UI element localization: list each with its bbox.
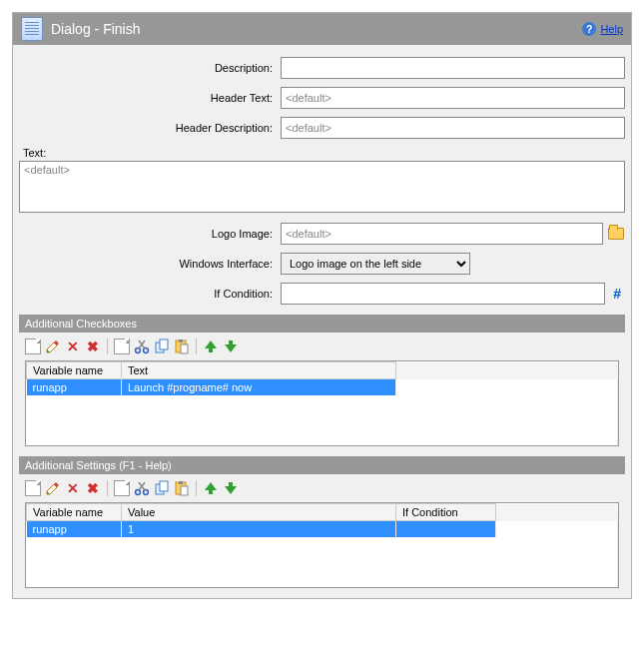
col-value[interactable]: Value xyxy=(122,504,396,521)
win-interface-label: Windows Interface: xyxy=(19,258,277,270)
cut-button[interactable] xyxy=(134,338,150,354)
logo-input[interactable] xyxy=(281,223,603,245)
paste-button[interactable] xyxy=(174,338,190,354)
document-icon xyxy=(21,17,43,41)
description-label: Description: xyxy=(19,62,277,74)
dialog-panel: Dialog - Finish ? Help Description: Head… xyxy=(12,12,632,599)
dialog-body: Description: Header Text: Header Descrip… xyxy=(13,45,631,598)
header-desc-input[interactable] xyxy=(281,117,625,139)
checkboxes-toolbar: ✕ ✖ xyxy=(19,333,625,358)
checkboxes-grid[interactable]: Variable name Text runapp Launch #progna… xyxy=(25,360,619,446)
table-row[interactable]: runapp 1 xyxy=(27,521,618,538)
help-icon: ? xyxy=(582,22,596,36)
new-item-button-2[interactable] xyxy=(114,480,130,496)
toolbar-separator xyxy=(196,338,197,354)
edit-item-button[interactable] xyxy=(45,338,61,354)
col-if-condition[interactable]: If Condition xyxy=(396,504,496,521)
col-text[interactable]: Text xyxy=(122,362,396,379)
help-link[interactable]: Help xyxy=(600,23,623,35)
svg-rect-6 xyxy=(181,344,188,353)
header-text-input[interactable] xyxy=(281,87,625,109)
delete-all-button[interactable]: ✖ xyxy=(85,480,101,496)
text-input[interactable] xyxy=(19,161,625,213)
description-input[interactable] xyxy=(281,57,625,79)
if-condition-label: If Condition: xyxy=(19,288,277,300)
if-condition-input[interactable] xyxy=(281,283,605,305)
settings-toolbar: ✕ ✖ xyxy=(19,474,625,500)
delete-item-button[interactable]: ✕ xyxy=(65,338,81,354)
new-item-button[interactable] xyxy=(25,480,41,496)
paste-button[interactable] xyxy=(174,480,190,496)
table-header-row: Variable name Text xyxy=(27,362,618,379)
browse-logo-button[interactable] xyxy=(607,225,625,243)
new-item-button[interactable] xyxy=(25,338,41,354)
svg-rect-3 xyxy=(160,339,168,349)
move-up-button[interactable] xyxy=(203,338,219,354)
new-item-button-2[interactable] xyxy=(114,338,130,354)
toolbar-separator xyxy=(196,480,197,496)
toolbar-separator xyxy=(107,480,108,496)
folder-icon xyxy=(608,228,624,240)
text-label: Text: xyxy=(23,147,625,159)
edit-item-button[interactable] xyxy=(45,480,61,496)
settings-grid[interactable]: Variable name Value If Condition runapp … xyxy=(25,502,619,588)
logo-label: Logo Image: xyxy=(19,228,277,240)
toolbar-separator xyxy=(107,338,108,354)
col-variable-name[interactable]: Variable name xyxy=(27,362,122,379)
table-header-row: Variable name Value If Condition xyxy=(27,504,618,521)
svg-rect-5 xyxy=(179,339,183,342)
svg-rect-13 xyxy=(181,486,188,495)
delete-item-button[interactable]: ✕ xyxy=(65,480,81,496)
copy-button[interactable] xyxy=(154,338,170,354)
dialog-title: Dialog - Finish xyxy=(51,21,582,37)
win-interface-select[interactable]: Logo image on the left side xyxy=(281,253,470,275)
svg-rect-10 xyxy=(160,481,168,491)
dialog-titlebar: Dialog - Finish ? Help xyxy=(13,13,631,45)
help-group: ? Help xyxy=(582,22,623,36)
header-text-label: Header Text: xyxy=(19,92,277,104)
settings-section-title: Additional Settings (F1 - Help) xyxy=(19,456,625,474)
copy-button[interactable] xyxy=(154,480,170,496)
checkboxes-section-title: Additional Checkboxes xyxy=(19,315,625,333)
variable-picker-button[interactable]: # xyxy=(609,286,625,302)
move-up-button[interactable] xyxy=(203,480,219,496)
svg-rect-12 xyxy=(179,481,183,484)
delete-all-button[interactable]: ✖ xyxy=(85,338,101,354)
cut-button[interactable] xyxy=(134,480,150,496)
col-variable-name[interactable]: Variable name xyxy=(27,504,122,521)
header-desc-label: Header Description: xyxy=(19,122,277,134)
table-row[interactable]: runapp Launch #progname# now xyxy=(27,379,618,396)
move-down-button[interactable] xyxy=(223,338,239,354)
move-down-button[interactable] xyxy=(223,480,239,496)
